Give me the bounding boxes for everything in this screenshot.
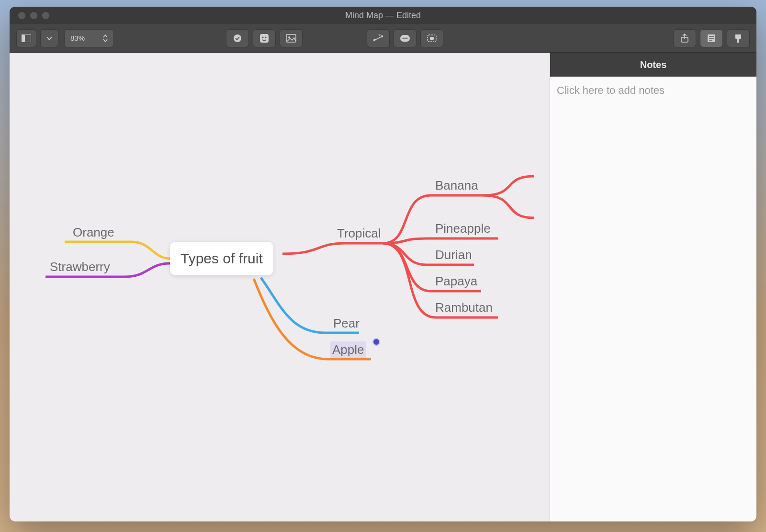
node-tropical[interactable]: Tropical — [335, 225, 383, 242]
node-apple[interactable]: Apple — [330, 341, 366, 358]
task-button[interactable] — [226, 29, 249, 47]
svg-rect-1 — [22, 34, 25, 42]
node-banana[interactable]: Banana — [433, 177, 480, 194]
svg-point-8 — [373, 39, 375, 41]
note-button[interactable] — [394, 29, 417, 47]
zoom-level-control[interactable]: 83% — [64, 29, 114, 47]
titlebar[interactable]: Mind Map — Edited — [10, 7, 756, 24]
mindmap-canvas[interactable]: Orange Strawberry Types of fruit Tropica… — [10, 53, 550, 521]
note-indicator-icon[interactable] — [373, 339, 379, 345]
minimize-icon[interactable] — [30, 12, 37, 19]
boundary-icon — [427, 34, 437, 43]
stepper-icon — [103, 34, 108, 42]
share-icon — [680, 34, 689, 43]
notes-panel-button[interactable] — [700, 29, 723, 47]
image-button[interactable] — [280, 29, 303, 47]
share-button[interactable] — [673, 29, 696, 47]
svg-point-13 — [405, 37, 406, 39]
panel-icon — [22, 34, 31, 42]
notes-icon — [707, 34, 716, 43]
image-icon — [286, 34, 296, 43]
app-window: Mind Map — Edited 83% — [10, 7, 756, 521]
node-strawberry[interactable]: Strawberry — [48, 259, 112, 275]
format-panel-button[interactable] — [727, 29, 750, 47]
fullscreen-icon[interactable] — [42, 12, 49, 19]
svg-point-4 — [262, 36, 263, 38]
connection-icon: + — [372, 34, 384, 42]
sidebar-menu-button[interactable] — [40, 29, 58, 47]
zoom-value: 83% — [70, 34, 85, 42]
svg-point-7 — [288, 36, 290, 38]
svg-rect-16 — [430, 37, 434, 40]
node-papaya[interactable]: Papaya — [433, 273, 479, 290]
svg-rect-3 — [260, 34, 269, 43]
notes-sidebar: Notes Click here to add notes — [550, 53, 756, 521]
window-title: Mind Map — Edited — [10, 11, 756, 21]
toolbar: 83% — [10, 24, 756, 53]
chevron-down-icon — [46, 35, 52, 41]
svg-point-2 — [234, 34, 241, 42]
check-circle-icon — [233, 34, 242, 43]
svg-point-12 — [403, 37, 404, 39]
connection-button[interactable]: + — [367, 29, 390, 47]
close-icon[interactable] — [18, 12, 25, 19]
notes-textarea[interactable]: Click here to add notes — [550, 77, 756, 521]
node-durian[interactable]: Durian — [433, 247, 474, 263]
traffic-lights — [18, 12, 49, 19]
node-rambutan[interactable]: Rambutan — [433, 299, 495, 316]
content-area: Orange Strawberry Types of fruit Tropica… — [10, 53, 756, 521]
svg-point-14 — [406, 37, 408, 39]
svg-point-9 — [381, 35, 383, 37]
notes-sidebar-title: Notes — [550, 53, 756, 77]
node-pear[interactable]: Pear — [331, 315, 361, 332]
node-pineapple[interactable]: Pineapple — [433, 220, 493, 237]
boundary-button[interactable] — [420, 29, 443, 47]
sidebar-toggle-button[interactable] — [16, 29, 36, 47]
sticker-button[interactable] — [253, 29, 276, 47]
paintbrush-icon — [734, 34, 743, 43]
smiley-icon — [259, 34, 269, 43]
node-central[interactable]: Types of fruit — [170, 242, 273, 275]
node-orange[interactable]: Orange — [71, 224, 116, 241]
svg-text:+: + — [378, 34, 381, 37]
note-icon — [400, 34, 410, 42]
svg-point-5 — [265, 36, 266, 38]
